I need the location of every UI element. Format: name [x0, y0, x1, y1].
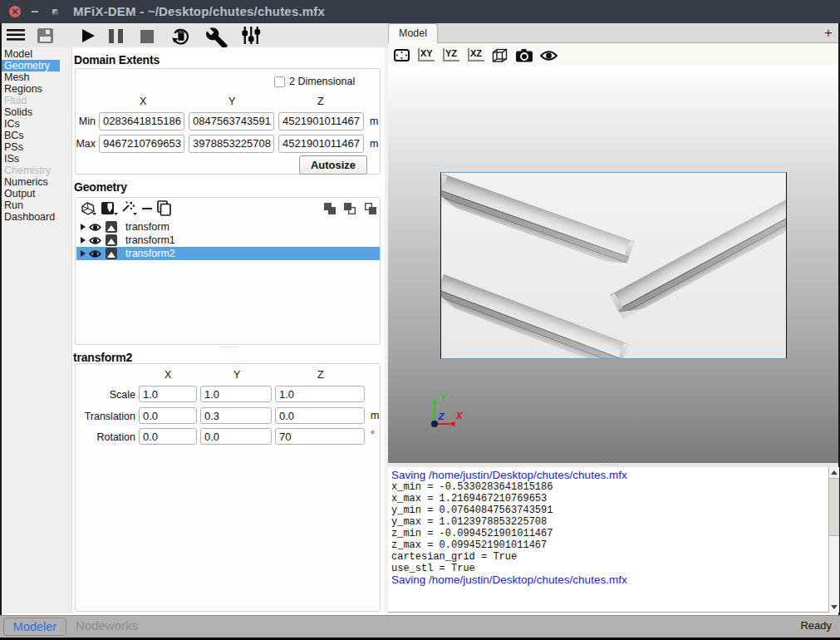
svg-text:X: X — [455, 411, 464, 421]
svg-text:Z: Z — [438, 411, 445, 421]
svg-text:Y: Y — [440, 392, 447, 402]
